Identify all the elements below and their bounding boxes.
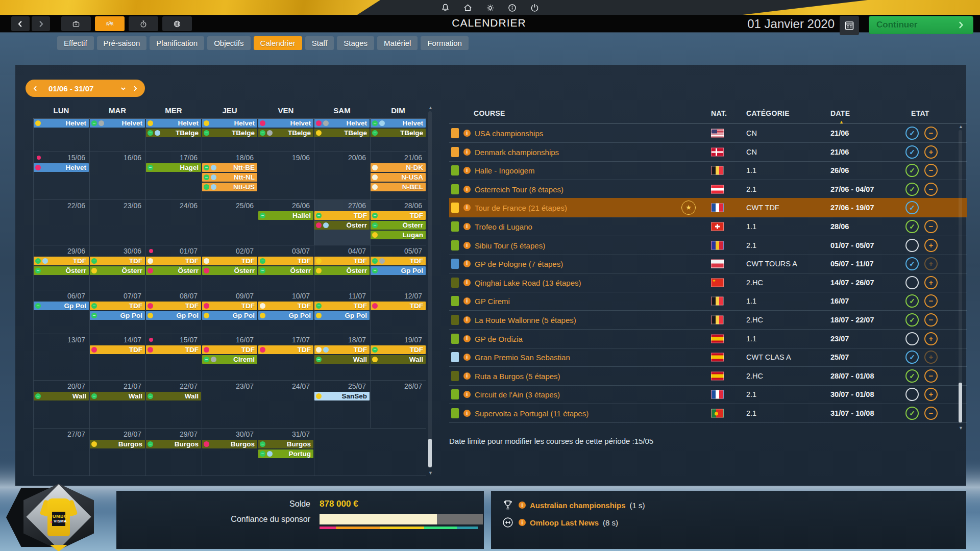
info-icon[interactable]: i: [463, 130, 471, 137]
calendar-event[interactable]: TDF: [202, 345, 257, 354]
calendar-event[interactable]: Burgos: [90, 440, 145, 448]
calendar-day-cell[interactable]: 21/06: [370, 152, 426, 163]
calendar-scrollbar[interactable]: [428, 111, 432, 468]
calendar-day-cell[interactable]: 22/07: [145, 381, 202, 391]
tab-pr-saison[interactable]: Pré-saison: [97, 36, 147, 50]
calendar-event[interactable]: TDF: [314, 257, 370, 265]
calendar-event[interactable]: Burgos: [202, 440, 257, 448]
state-toggle-button[interactable]: −: [924, 369, 938, 383]
state-check-icon[interactable]: ✓: [905, 220, 919, 233]
state-toggle-button[interactable]: +: [924, 388, 938, 401]
calendar-event[interactable]: Österr: [146, 266, 201, 275]
calendar-event[interactable]: Hagel: [146, 163, 201, 172]
calendar-event[interactable]: TDF: [258, 345, 313, 354]
state-toggle-button[interactable]: +: [924, 145, 938, 159]
info-icon[interactable]: i: [463, 204, 471, 211]
calendar-event[interactable]: TDF: [90, 257, 145, 265]
calendar-day-cell[interactable]: 08/07: [145, 290, 202, 301]
calendar-day-cell[interactable]: 18/07: [314, 334, 370, 345]
calendar-day-cell[interactable]: 14/07: [89, 334, 145, 345]
calendar-event[interactable]: TDF: [90, 345, 145, 354]
calendar-day-cell[interactable]: 02/07: [202, 245, 258, 256]
back-button[interactable]: [11, 16, 30, 31]
state-check-icon[interactable]: ✓: [905, 164, 919, 177]
calendar-event[interactable]: Gp Pol: [258, 311, 313, 320]
state-check-icon[interactable]: [905, 239, 919, 252]
calendar-event[interactable]: Ntt-NL: [202, 173, 257, 182]
calendar-day-cell[interactable]: 16/06: [89, 152, 145, 163]
calendar-event[interactable]: Gp Pol: [371, 266, 426, 275]
calendar-event[interactable]: Helvet: [258, 119, 313, 128]
tab-stages[interactable]: Stages: [337, 36, 374, 50]
calendar-day-cell[interactable]: 30/07: [202, 429, 258, 439]
settings-icon[interactable]: [485, 3, 496, 13]
calendar-event[interactable]: Wall: [34, 392, 89, 400]
calendar-event[interactable]: Helvet: [202, 119, 257, 128]
calendar-event[interactable]: Wall: [146, 392, 201, 400]
module-globe-button[interactable]: [162, 16, 192, 31]
calendar-event[interactable]: Ciremi: [202, 355, 257, 364]
course-row[interactable]: iQinghai Lake Road (13 étapes)2.HC14/07 …: [449, 273, 967, 292]
calendar-day-cell[interactable]: 11/07: [314, 290, 370, 301]
calendar-event[interactable]: Gp Pol: [202, 311, 257, 320]
calendar-event[interactable]: TBelge: [202, 129, 257, 137]
calendar-event[interactable]: Helvet: [34, 119, 89, 128]
course-row[interactable]: iGP de Pologne (7 étapes)CWT TOURS A05/0…: [449, 254, 967, 273]
calendar-day-cell[interactable]: 27/07: [33, 429, 89, 439]
calendar-event[interactable]: Helvet: [314, 119, 370, 128]
calendar-event[interactable]: Gp Pol: [90, 311, 145, 320]
calendar-day-cell[interactable]: 21/07: [89, 381, 145, 391]
calendar-event[interactable]: Hallel: [258, 211, 313, 220]
team-badge[interactable]: JUMBO ▸VISMA: [4, 484, 111, 551]
state-toggle-button[interactable]: +: [924, 332, 938, 345]
calendar-day-cell[interactable]: 09/07: [202, 290, 258, 301]
info-icon[interactable]: i: [463, 260, 471, 267]
bell-icon[interactable]: [440, 3, 451, 13]
calendar-event[interactable]: Österr: [90, 266, 145, 275]
calendar-event[interactable]: TDF: [371, 302, 426, 310]
calendar-day-cell[interactable]: 04/07: [314, 245, 370, 256]
news-item[interactable]: iOmloop Last News(8 s): [501, 516, 618, 529]
favorite-star-icon[interactable]: ★: [681, 201, 696, 215]
calendar-day-cell[interactable]: 10/07: [258, 290, 314, 301]
state-check-icon[interactable]: [905, 388, 919, 401]
tab-objectifs[interactable]: Objectifs: [207, 36, 250, 50]
calendar-event[interactable]: TDF: [314, 345, 370, 354]
calendar-event[interactable]: Gp Pol: [314, 311, 370, 320]
module-briefcase-button[interactable]: [61, 16, 91, 31]
column-header-catgorie[interactable]: CATÉGORIE: [746, 109, 790, 117]
calendar-scroll-up-icon[interactable]: ▲: [428, 105, 433, 110]
calendar-day-cell[interactable]: 03/07: [258, 245, 314, 256]
chevron-left-icon[interactable]: [32, 85, 39, 92]
calendar-day-cell[interactable]: 26/06: [258, 200, 314, 211]
chevron-right-icon[interactable]: [131, 85, 139, 92]
table-scroll-up-icon[interactable]: ▲: [959, 124, 963, 129]
state-check-icon[interactable]: ✓: [905, 201, 919, 214]
calendar-event[interactable]: Helvet: [371, 119, 426, 128]
course-row[interactable]: iGP Ciremi1.116/07✓−: [449, 291, 967, 311]
calendar-event[interactable]: Burgos: [258, 440, 313, 448]
tab-calendrier[interactable]: Calendrier: [254, 36, 302, 50]
calendar-event[interactable]: TBelge: [314, 129, 370, 137]
calendar-event[interactable]: TDF: [314, 211, 370, 220]
calendar-day-cell[interactable]: 12/07: [370, 290, 426, 301]
calendar-event[interactable]: TDF: [371, 211, 426, 220]
state-toggle-button[interactable]: −: [924, 294, 938, 308]
state-check-icon[interactable]: ✓: [905, 183, 919, 196]
column-header-etat[interactable]: ETAT: [911, 109, 929, 117]
state-check-icon[interactable]: [905, 276, 919, 289]
calendar-day-cell[interactable]: 24/07: [258, 381, 314, 391]
tab-effectif[interactable]: Effectif: [57, 36, 94, 50]
info-icon[interactable]: i: [463, 297, 471, 305]
course-row[interactable]: iRuta a Burgos (5 étapes)2.HC28/07 - 01/…: [449, 366, 967, 386]
calendar-day-cell[interactable]: 31/07: [258, 429, 314, 439]
calendar-event[interactable]: Wall: [371, 355, 426, 364]
state-toggle-button[interactable]: +: [924, 276, 938, 289]
state-check-icon[interactable]: ✓: [905, 294, 919, 308]
calendar-day-cell[interactable]: 22/06: [33, 200, 89, 211]
date-range-selector[interactable]: 01/06 - 31/07: [26, 80, 145, 97]
calendar-scroll-down-icon[interactable]: ▼: [428, 470, 433, 475]
calendar-event[interactable]: TBelge: [258, 129, 313, 137]
calendar-event[interactable]: Ntt-US: [202, 183, 257, 191]
info-icon[interactable]: i: [463, 167, 471, 174]
